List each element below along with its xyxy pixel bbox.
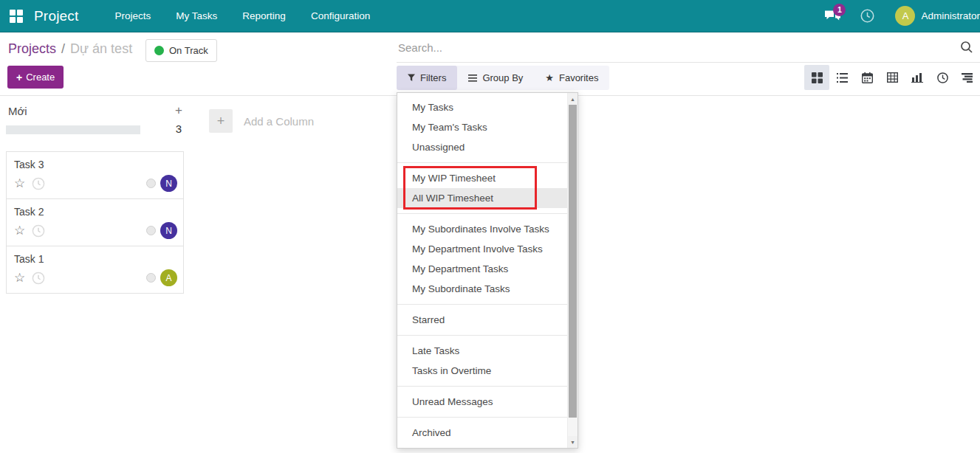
filter-menu-item[interactable]: My Department Tasks (397, 259, 568, 279)
menu-separator (397, 304, 568, 305)
filter-menu-item[interactable]: My Tasks (397, 97, 568, 117)
add-column-label[interactable]: Add a Column (244, 115, 314, 128)
add-column-button[interactable]: + (209, 109, 233, 133)
group-by-button[interactable]: Group By (457, 66, 534, 90)
gantt-view-icon (962, 73, 973, 83)
card-clock-icon[interactable] (32, 272, 45, 285)
kanban-card[interactable]: Task 3☆N (6, 151, 184, 199)
filter-menu-item[interactable]: Archived (397, 423, 568, 443)
nav-item-configuration[interactable]: Configuration (298, 0, 383, 32)
column-title: Mới (8, 105, 27, 117)
view-calendar-button[interactable] (854, 65, 880, 90)
activity-clock-button[interactable] (860, 9, 874, 23)
view-graph-button[interactable] (905, 65, 930, 90)
dropdown-scrollbar[interactable]: ▲ ▼ (567, 93, 578, 448)
nav-item-my-tasks[interactable]: My Tasks (163, 0, 230, 32)
app-title[interactable]: Project (34, 8, 79, 24)
kanban-card[interactable]: Task 2☆N (6, 198, 184, 246)
nav-item-reporting[interactable]: Reporting (230, 0, 298, 32)
card-star-icon[interactable]: ☆ (14, 224, 25, 237)
systray: 1 A Administrator (824, 6, 980, 26)
view-kanban-button[interactable] (804, 65, 829, 90)
assignee-avatar[interactable]: N (160, 175, 177, 192)
filter-menu-item[interactable]: Late Tasks (397, 341, 568, 361)
top-navbar: Project ProjectsMy TasksReportingConfigu… (0, 0, 980, 32)
create-button[interactable]: + Create (7, 66, 64, 89)
navbar-menu: ProjectsMy TasksReportingConfiguration (103, 0, 383, 32)
status-label: On Track (169, 45, 208, 56)
pivot-view-icon (887, 72, 898, 83)
filter-menu-item[interactable]: Starred (397, 310, 568, 330)
assignee-avatar[interactable]: A (160, 269, 177, 286)
assignee-avatar[interactable]: N (160, 222, 177, 239)
view-pivot-button[interactable] (880, 65, 905, 90)
green-status-dot-icon (154, 46, 164, 55)
filter-menu-item[interactable]: Unassigned (397, 137, 568, 157)
filter-toolbar: Filters Group By ★ Favorites (397, 66, 609, 90)
kanban-view-icon (812, 72, 823, 83)
scroll-down-arrow[interactable]: ▼ (568, 436, 578, 448)
filter-menu-item[interactable]: Unread Messages (397, 392, 568, 412)
nav-item-projects[interactable]: Projects (103, 0, 164, 32)
filter-menu-item[interactable]: Tasks in Overtime (397, 361, 568, 381)
filter-menu-item[interactable]: My Subordinate Tasks (397, 279, 568, 299)
activity-view-icon (937, 72, 948, 83)
funnel-icon (408, 74, 415, 82)
favorites-label: Favorites (559, 72, 598, 83)
search-bar (397, 32, 980, 63)
view-list-button[interactable] (829, 65, 854, 90)
view-gantt-button[interactable] (955, 65, 980, 90)
search-panel: Filters Group By ★ Favorites (397, 32, 980, 96)
star-icon: ★ (545, 72, 554, 83)
plus-icon: + (16, 72, 22, 83)
scrollbar-thumb[interactable] (569, 105, 577, 418)
column-quick-add-icon[interactable]: + (171, 103, 186, 118)
filter-menu-item[interactable]: My Department Involve Tasks (397, 239, 568, 259)
user-name[interactable]: Administrator (921, 10, 980, 21)
card-title: Task 3 (14, 159, 176, 170)
control-panel: Projects/Dự án test On Track + Create (0, 32, 980, 96)
calendar-view-icon (862, 72, 873, 83)
clock-icon (860, 9, 874, 23)
column-progress-bar[interactable] (6, 125, 140, 134)
kanban-state-icon[interactable] (146, 179, 156, 188)
breadcrumb-current: Dự án test (70, 41, 132, 56)
message-count-badge: 1 (833, 4, 846, 16)
apps-grid-icon[interactable] (10, 10, 23, 23)
search-icon[interactable] (959, 40, 974, 55)
card-right-icons: N (146, 175, 177, 192)
breadcrumb-projects-link[interactable]: Projects (8, 41, 56, 56)
app-window: Project ProjectsMy TasksReportingConfigu… (0, 0, 980, 453)
view-activity-button[interactable] (930, 65, 955, 90)
card-title: Task 2 (14, 206, 176, 218)
kanban-state-icon[interactable] (146, 226, 156, 235)
card-footer: ☆N (14, 175, 177, 192)
card-star-icon[interactable]: ☆ (14, 272, 25, 284)
kanban-state-icon[interactable] (146, 273, 156, 283)
card-clock-icon[interactable] (32, 177, 45, 190)
breadcrumb: Projects/Dự án test (8, 41, 132, 57)
kanban-card[interactable]: Task 1☆A (6, 246, 184, 294)
card-footer: ☆N (14, 222, 177, 239)
filter-menu-item[interactable]: All WIP Timesheet (397, 188, 568, 208)
filter-menu-item[interactable]: My Team's Tasks (397, 117, 568, 137)
user-avatar[interactable]: A (895, 6, 915, 26)
column-record-count: 3 (171, 122, 186, 135)
filters-label: Filters (420, 72, 446, 83)
card-star-icon[interactable]: ☆ (14, 177, 25, 190)
search-input[interactable] (398, 35, 955, 59)
filters-menu-items: My TasksMy Team's TasksUnassignedMy WIP … (397, 93, 568, 443)
filter-menu-item[interactable]: My Subordinates Involve Tasks (397, 219, 568, 239)
menu-separator (397, 162, 568, 163)
on-track-status-button[interactable]: On Track (145, 39, 217, 62)
messages-button[interactable]: 1 (824, 10, 841, 23)
filter-menu-item[interactable]: My WIP Timesheet (397, 168, 568, 188)
menu-separator (397, 213, 568, 214)
graph-view-icon (911, 72, 923, 83)
filters-button[interactable]: Filters (397, 66, 457, 90)
card-clock-icon[interactable] (32, 224, 45, 238)
favorites-button[interactable]: ★ Favorites (534, 66, 609, 90)
view-switcher (804, 65, 980, 90)
menu-separator (397, 417, 568, 418)
scroll-up-arrow[interactable]: ▲ (568, 93, 578, 105)
